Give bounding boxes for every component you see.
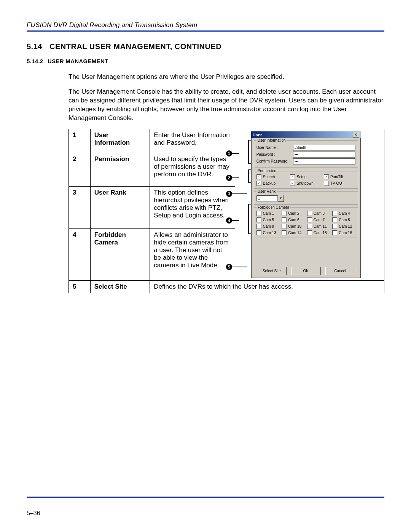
definition-table: 1 User Information Enter the User Inform… xyxy=(68,129,384,293)
subsection-heading: 5.14.2USER MANAGEMENT xyxy=(27,58,384,64)
group-forbidden-camera: Forbidden Camera Cam 1 Cam 2 Cam 3 Cam 4… xyxy=(254,208,358,238)
group-user-information: User Information User Name :JSmith Passw… xyxy=(254,141,358,168)
callout-2: 2 xyxy=(226,175,232,181)
cam-7[interactable]: Cam 7 xyxy=(307,217,330,222)
cam-4[interactable]: Cam 4 xyxy=(332,211,355,216)
cancel-button[interactable]: Cancel xyxy=(325,267,355,275)
intro-paragraph-1: The User Management options are where th… xyxy=(68,73,384,81)
bottom-rule xyxy=(27,497,384,498)
password-field[interactable]: ••• xyxy=(293,152,355,158)
cam-16[interactable]: Cam 16 xyxy=(332,230,355,235)
def-term: User Information xyxy=(90,129,150,153)
def-num: 4 xyxy=(69,229,91,280)
def-desc: Used to specify the types of permissions… xyxy=(150,153,235,187)
perm-pantilt[interactable]: ✓Pan/Tilt xyxy=(324,174,355,179)
label-password: Password : xyxy=(256,152,291,157)
username-field[interactable]: JSmith xyxy=(293,145,355,151)
def-num: 3 xyxy=(69,186,91,228)
cam-1[interactable]: Cam 1 xyxy=(256,211,280,216)
user-dialog: User × User Information User Name :JSmit… xyxy=(251,131,361,278)
dialog-title: User xyxy=(253,133,262,137)
subsection-title-text: USER MANAGEMENT xyxy=(48,58,108,64)
chevron-down-icon[interactable]: ▼ xyxy=(278,195,284,202)
subsection-number: 5.14.2 xyxy=(27,58,48,64)
def-desc: This option defines hierarchal privilege… xyxy=(150,186,235,228)
close-icon[interactable]: × xyxy=(353,132,359,138)
table-row: 5 Select Site Defines the DVRs to which … xyxy=(69,280,384,293)
cam-2[interactable]: Cam 2 xyxy=(282,211,305,216)
intro-paragraph-2: The User Management Console has the abil… xyxy=(68,88,384,123)
label-username: User Name : xyxy=(256,145,291,150)
perm-shutdown[interactable]: ✓Shutdown xyxy=(290,181,322,186)
legend-permission: Permission xyxy=(256,169,277,173)
cam-11[interactable]: Cam 11 xyxy=(307,224,330,229)
table-row: 1 User Information Enter the User Inform… xyxy=(69,129,384,153)
cam-9[interactable]: Cam 9 xyxy=(256,224,280,229)
dialog-titlebar: User × xyxy=(251,131,361,138)
def-term: User Rank xyxy=(90,186,150,228)
screenshot-cell: 1 2 3 4 5 User × xyxy=(235,129,384,280)
select-site-button[interactable]: Select Site xyxy=(257,267,287,275)
cam-15[interactable]: Cam 15 xyxy=(307,230,330,235)
cam-12[interactable]: Cam 12 xyxy=(332,224,355,229)
group-permission: Permission ✓Search ✓Setup ✓Pan/Tilt ✓Bac… xyxy=(254,171,358,189)
def-desc: Enter the User Information and Password. xyxy=(150,129,235,153)
cam-6[interactable]: Cam 6 xyxy=(282,217,305,222)
def-num: 5 xyxy=(69,280,91,293)
callout-3: 3 xyxy=(226,191,232,197)
cam-13[interactable]: Cam 13 xyxy=(256,230,280,235)
top-rule xyxy=(27,30,384,32)
section-number: 5.14 xyxy=(27,42,49,51)
def-desc: Allows an administrator to hide certain … xyxy=(150,229,235,280)
user-rank-select[interactable]: 1 ▼ xyxy=(256,195,284,202)
group-user-rank: User Rank 1 ▼ xyxy=(254,192,358,204)
legend-forbidden-camera: Forbidden Camera xyxy=(256,205,290,209)
perm-setup[interactable]: ✓Setup xyxy=(290,174,322,179)
callout-5: 5 xyxy=(226,264,232,270)
def-desc: Defines the DVRs to which the User has a… xyxy=(150,280,384,293)
perm-tvout[interactable]: TV OUT xyxy=(324,181,355,186)
label-confirm-password: Confirm Password : xyxy=(256,159,291,163)
perm-backup[interactable]: ✓Backup xyxy=(256,181,288,186)
section-title-text: CENTRAL USER MANAGEMENT, CONTINUED xyxy=(49,42,221,51)
section-heading: 5.14CENTRAL USER MANAGEMENT, CONTINUED xyxy=(27,42,384,51)
def-term: Permission xyxy=(90,153,150,187)
legend-user-info: User Information xyxy=(256,138,287,142)
perm-search[interactable]: ✓Search xyxy=(256,174,288,179)
cam-3[interactable]: Cam 3 xyxy=(307,211,330,216)
cam-10[interactable]: Cam 10 xyxy=(282,224,305,229)
cam-5[interactable]: Cam 5 xyxy=(256,217,280,222)
doc-header: FUSION DVR Digital Recording and Transmi… xyxy=(27,21,384,29)
callout-1: 1 xyxy=(226,150,232,157)
ok-button[interactable]: OK xyxy=(291,267,321,275)
def-term: Select Site xyxy=(90,280,150,293)
def-num: 1 xyxy=(69,129,91,153)
cam-14[interactable]: Cam 14 xyxy=(282,230,305,235)
confirm-password-field[interactable]: ••• xyxy=(293,158,355,165)
user-rank-value: 1 xyxy=(256,195,278,201)
callout-4: 4 xyxy=(226,217,232,224)
def-term: Forbidden Camera xyxy=(90,229,150,280)
legend-user-rank: User Rank xyxy=(256,189,277,193)
cam-8[interactable]: Cam 8 xyxy=(332,217,355,222)
def-num: 2 xyxy=(69,153,91,187)
page-number: 5–36 xyxy=(27,510,40,517)
